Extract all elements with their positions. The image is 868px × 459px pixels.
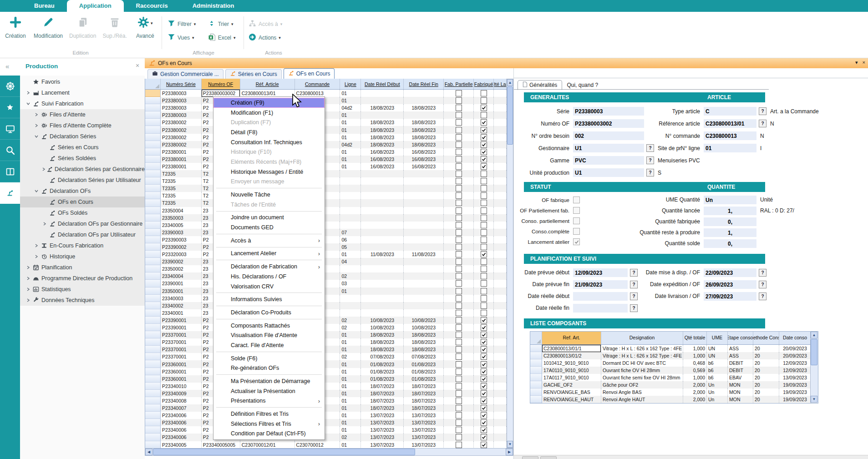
cell-methode-conso[interactable]: 20 bbox=[753, 374, 779, 381]
cell-d1[interactable] bbox=[361, 177, 404, 185]
chevron-right-icon[interactable] bbox=[33, 113, 40, 116]
cell-d2[interactable] bbox=[404, 90, 444, 97]
unchecked-checkbox-icon[interactable] bbox=[456, 419, 462, 426]
unchecked-checkbox-icon[interactable] bbox=[481, 229, 487, 236]
cell-serie[interactable]: 23340004 bbox=[161, 272, 202, 280]
cell-d1[interactable]: 18/08/2023 bbox=[361, 141, 404, 148]
sidebar-item-statistiques[interactable]: Statistiques bbox=[20, 284, 145, 295]
cell-fab[interactable] bbox=[474, 163, 494, 170]
cell-qte-totale[interactable]: 0,468 bbox=[683, 359, 707, 367]
cell-d1[interactable] bbox=[361, 258, 404, 265]
cell-sel[interactable] bbox=[145, 272, 161, 280]
cell-qte[interactable] bbox=[494, 97, 507, 104]
unchecked-checkbox-icon[interactable] bbox=[456, 207, 462, 214]
cell-d1[interactable] bbox=[361, 272, 404, 280]
unchecked-checkbox-icon[interactable] bbox=[573, 217, 580, 224]
scroll-left-icon[interactable]: ◀ bbox=[145, 449, 152, 455]
unchecked-checkbox-icon[interactable] bbox=[456, 244, 462, 250]
cell-fab[interactable] bbox=[474, 302, 494, 309]
table-row[interactable]: GACHE_OF2Gâche pour OF22,000UnMON2019/09… bbox=[530, 381, 818, 388]
cell-selector[interactable] bbox=[530, 388, 542, 396]
cell-d2[interactable] bbox=[404, 97, 444, 104]
menu-item-visualisation-file-d-attente[interactable]: Visualisation File d'Attente bbox=[213, 330, 325, 340]
cell-d1[interactable] bbox=[361, 243, 404, 251]
cell-ligne[interactable] bbox=[340, 214, 361, 222]
unchecked-checkbox-icon[interactable] bbox=[456, 368, 462, 375]
cell-fab[interactable] bbox=[474, 331, 494, 338]
cell-fp[interactable] bbox=[444, 207, 474, 214]
cell-selector[interactable] bbox=[530, 359, 542, 367]
table-row[interactable]: P23390001P20210/08/202310/08/2023 bbox=[145, 324, 507, 331]
cell-d1[interactable]: 18/08/2023 bbox=[361, 104, 404, 111]
help-button[interactable]: ? bbox=[646, 169, 654, 177]
table-row[interactable]: 17A0110_9010_9010Ouvrant fiche OV HI 28m… bbox=[530, 367, 818, 374]
cell-d1[interactable]: 01/08/2023 bbox=[361, 375, 404, 383]
vertical-scrollbar[interactable]: ▲ ▼ bbox=[507, 79, 513, 448]
cell-methode-conso[interactable]: 20 bbox=[753, 352, 779, 359]
cell-ref-art[interactable]: RENVOIANGLE_BAS bbox=[542, 388, 601, 396]
n-commande-field[interactable]: C230800013 bbox=[704, 131, 756, 140]
unchecked-checkbox-icon[interactable] bbox=[481, 185, 487, 192]
cell-methode-conso[interactable]: 20 bbox=[753, 367, 779, 374]
cell-sel[interactable] bbox=[145, 199, 161, 207]
cell-qte[interactable] bbox=[494, 177, 507, 185]
chevron-right-icon[interactable] bbox=[25, 266, 31, 269]
cell-fab[interactable] bbox=[474, 272, 494, 280]
cell-fp[interactable] bbox=[444, 360, 474, 368]
cell-d1[interactable]: 13/07/2023 bbox=[361, 441, 404, 449]
cell-fab[interactable] bbox=[474, 104, 494, 111]
table-row[interactable]: RENVOIANGLE_BASRenvoi Angle BAS2,000UnMO… bbox=[530, 388, 818, 396]
menu-item-detail-f8[interactable]: Détail (F8) bbox=[213, 127, 325, 137]
sidebar-item-lancement[interactable]: Lancement bbox=[20, 87, 145, 98]
cell-ligne[interactable]: 01 bbox=[340, 360, 361, 368]
cell-fab[interactable] bbox=[474, 119, 494, 126]
cell-ume[interactable]: b6 bbox=[707, 367, 728, 374]
cell-sel[interactable] bbox=[145, 236, 161, 243]
avance-button[interactable]: ▾Avancé bbox=[133, 15, 157, 39]
menu-item-declaration-co-produits[interactable]: Déclaration Co-Produits bbox=[213, 308, 325, 318]
cell-d1[interactable] bbox=[361, 309, 404, 317]
help-button[interactable]: ? bbox=[630, 304, 638, 312]
unchecked-checkbox-icon[interactable] bbox=[456, 149, 462, 155]
table-row[interactable]: P23360001P20101/08/202301/08/2023 bbox=[145, 360, 507, 368]
cell-sel[interactable] bbox=[145, 397, 161, 404]
cell-d2[interactable]: 13/07/2023 bbox=[404, 426, 444, 434]
sidebar-item-files-d-attente[interactable]: Files d'Attente bbox=[20, 109, 145, 120]
cell-d2[interactable]: 18/07/2023 bbox=[404, 390, 444, 397]
cell-serie[interactable]: P23380003 bbox=[161, 104, 202, 111]
cell-ligne[interactable] bbox=[340, 177, 361, 185]
unchecked-checkbox-icon[interactable] bbox=[456, 156, 462, 162]
cell-qte[interactable] bbox=[494, 126, 507, 133]
cell-serie[interactable]: P23390002 bbox=[161, 243, 202, 251]
cell-d1[interactable]: 18/08/2023 bbox=[361, 126, 404, 133]
sidebar-item-files-d-attente-complete[interactable]: Files d'Attente Complète bbox=[20, 120, 145, 131]
unchecked-checkbox-icon[interactable] bbox=[456, 398, 462, 404]
cell-qte[interactable] bbox=[494, 288, 507, 295]
cell-serie[interactable]: P23340006 bbox=[161, 426, 202, 434]
unchecked-checkbox-icon[interactable] bbox=[456, 258, 462, 265]
help-button[interactable]: ? bbox=[759, 120, 766, 127]
cell-sel[interactable] bbox=[145, 390, 161, 397]
cell-methode-conso[interactable]: 20 bbox=[753, 345, 779, 352]
cell-fab[interactable] bbox=[474, 126, 494, 133]
cell-ume[interactable]: b6 bbox=[707, 374, 728, 381]
cell-methode-conso[interactable]: 20 bbox=[753, 359, 779, 367]
cell-fab[interactable] bbox=[474, 375, 494, 383]
table-row[interactable]: P23380003P23380003002C230800013/01C23080… bbox=[145, 90, 507, 97]
cell-qte[interactable] bbox=[494, 265, 507, 272]
cell-d2[interactable]: 13/07/2023 bbox=[404, 434, 444, 441]
sidebar-item-historique[interactable]: Historique bbox=[20, 251, 145, 262]
table-row[interactable]: P23380001P20116/08/202316/08/2023 bbox=[145, 148, 507, 156]
cell-sel[interactable] bbox=[145, 353, 161, 360]
cell-d1[interactable]: 13/07/2023 bbox=[361, 412, 404, 419]
cell-serie[interactable]: P23370001 bbox=[161, 331, 202, 338]
cell-fp[interactable] bbox=[444, 280, 474, 287]
table-row[interactable]: 233400042302 bbox=[145, 272, 507, 280]
cell-fp[interactable] bbox=[444, 288, 474, 295]
cell-qte[interactable] bbox=[494, 185, 507, 192]
cell-d1[interactable]: 16/08/2023 bbox=[361, 156, 404, 163]
cell-ligne[interactable]: 01 bbox=[340, 163, 361, 170]
cell-fp[interactable] bbox=[444, 97, 474, 104]
menu-item-his-declarations-of[interactable]: His. Déclarations / OF bbox=[213, 272, 325, 282]
cell-sel[interactable] bbox=[145, 214, 161, 222]
